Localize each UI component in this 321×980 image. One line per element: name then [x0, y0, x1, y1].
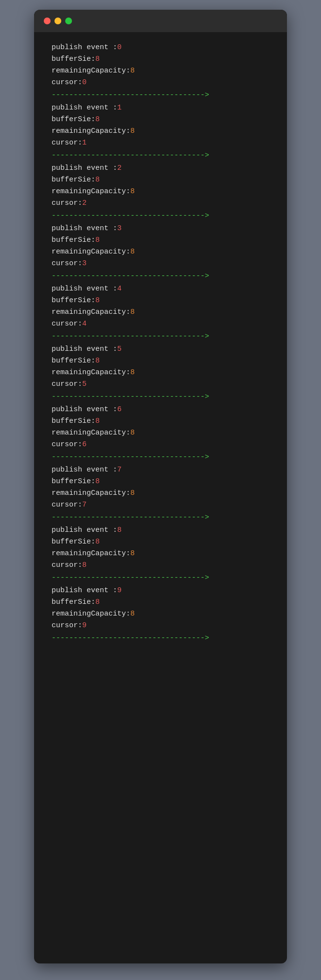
terminal-window: publish event :0bufferSie:8remainingCapa…	[34, 10, 287, 963]
buffer-size-line: bufferSie:8	[52, 235, 269, 246]
cursor-line: cursor:0	[52, 77, 269, 89]
buffer-size-value: 8	[95, 296, 100, 305]
publish-event-line: publish event :2	[52, 163, 269, 174]
cursor-value: 2	[82, 199, 87, 207]
remaining-capacity-label: remainingCapacity:	[52, 429, 130, 437]
buffer-size-line: bufferSie:8	[52, 597, 269, 608]
cursor-value: 9	[82, 621, 87, 630]
publish-event-line: publish event :5	[52, 344, 269, 355]
remaining-capacity-line: remainingCapacity:8	[52, 608, 269, 620]
remaining-capacity-label: remainingCapacity:	[52, 489, 130, 497]
cursor-line: cursor:3	[52, 258, 269, 270]
event-block: publish event :0bufferSie:8remainingCapa…	[52, 42, 269, 101]
cursor-line: cursor:8	[52, 560, 269, 571]
event-id: 2	[117, 164, 122, 172]
cursor-label: cursor:	[52, 139, 82, 147]
event-id: 4	[117, 285, 122, 293]
cursor-label: cursor:	[52, 561, 82, 569]
cursor-value: 1	[82, 139, 87, 147]
publish-event-line: publish event :0	[52, 42, 269, 54]
cursor-label: cursor:	[52, 320, 82, 328]
publish-event-label: publish event :	[52, 164, 117, 172]
cursor-line: cursor:6	[52, 439, 269, 451]
remaining-capacity-line: remainingCapacity:8	[52, 488, 269, 499]
buffer-size-line: bufferSie:8	[52, 355, 269, 367]
cursor-line: cursor:9	[52, 620, 269, 632]
title-bar	[34, 10, 287, 32]
event-id: 0	[117, 43, 122, 52]
cursor-line: cursor:7	[52, 499, 269, 511]
cursor-line: cursor:5	[52, 379, 269, 390]
buffer-size-value: 8	[95, 236, 100, 244]
remaining-capacity-value: 8	[130, 308, 135, 316]
publish-event-line: publish event :9	[52, 585, 269, 597]
event-block: publish event :2bufferSie:8remainingCapa…	[52, 163, 269, 222]
remaining-capacity-value: 8	[130, 248, 135, 256]
minimize-button-dot[interactable]	[54, 18, 61, 24]
publish-event-line: publish event :6	[52, 404, 269, 416]
publish-event-label: publish event :	[52, 466, 117, 474]
publish-event-label: publish event :	[52, 405, 117, 414]
remaining-capacity-label: remainingCapacity:	[52, 187, 130, 196]
separator-line: ----------------------------------->	[52, 150, 269, 162]
event-id: 5	[117, 345, 122, 353]
separator-line: ----------------------------------->	[52, 452, 269, 463]
terminal-content: publish event :0bufferSie:8remainingCapa…	[34, 32, 287, 655]
remaining-capacity-value: 8	[130, 67, 135, 75]
event-block: publish event :3bufferSie:8remainingCapa…	[52, 223, 269, 282]
buffer-size-label: bufferSie:	[52, 176, 95, 184]
separator-line: ----------------------------------->	[52, 572, 269, 584]
remaining-capacity-line: remainingCapacity:8	[52, 246, 269, 258]
remaining-capacity-label: remainingCapacity:	[52, 368, 130, 377]
buffer-size-line: bufferSie:8	[52, 536, 269, 548]
event-id: 1	[117, 104, 122, 112]
publish-event-label: publish event :	[52, 526, 117, 534]
buffer-size-value: 8	[95, 417, 100, 425]
maximize-button-dot[interactable]	[65, 18, 72, 24]
remaining-capacity-label: remainingCapacity:	[52, 67, 130, 75]
cursor-line: cursor:1	[52, 137, 269, 149]
remaining-capacity-value: 8	[130, 187, 135, 196]
cursor-line: cursor:2	[52, 198, 269, 209]
remaining-capacity-value: 8	[130, 549, 135, 558]
separator-line: ----------------------------------->	[52, 512, 269, 524]
buffer-size-label: bufferSie:	[52, 417, 95, 425]
buffer-size-label: bufferSie:	[52, 296, 95, 305]
cursor-value: 0	[82, 78, 87, 87]
buffer-size-line: bufferSie:8	[52, 476, 269, 488]
event-id: 9	[117, 586, 122, 595]
buffer-size-line: bufferSie:8	[52, 295, 269, 307]
remaining-capacity-label: remainingCapacity:	[52, 248, 130, 256]
remaining-capacity-value: 8	[130, 610, 135, 618]
separator-line: ----------------------------------->	[52, 331, 269, 343]
cursor-value: 3	[82, 259, 87, 268]
buffer-size-value: 8	[95, 55, 100, 63]
separator-line: ----------------------------------->	[52, 391, 269, 403]
buffer-size-label: bufferSie:	[52, 357, 95, 365]
buffer-size-label: bufferSie:	[52, 477, 95, 486]
publish-event-label: publish event :	[52, 224, 117, 233]
cursor-label: cursor:	[52, 621, 82, 630]
cursor-value: 5	[82, 380, 87, 388]
publish-event-label: publish event :	[52, 104, 117, 112]
event-block: publish event :9bufferSie:8remainingCapa…	[52, 585, 269, 644]
separator-line: ----------------------------------->	[52, 210, 269, 222]
cursor-label: cursor:	[52, 199, 82, 207]
remaining-capacity-line: remainingCapacity:8	[52, 427, 269, 439]
buffer-size-value: 8	[95, 357, 100, 365]
cursor-value: 7	[82, 501, 87, 509]
buffer-size-label: bufferSie:	[52, 236, 95, 244]
remaining-capacity-line: remainingCapacity:8	[52, 126, 269, 137]
close-button-dot[interactable]	[44, 18, 51, 24]
remaining-capacity-line: remainingCapacity:8	[52, 367, 269, 379]
buffer-size-value: 8	[95, 598, 100, 606]
remaining-capacity-label: remainingCapacity:	[52, 308, 130, 316]
buffer-size-line: bufferSie:8	[52, 416, 269, 427]
separator-line: ----------------------------------->	[52, 271, 269, 282]
buffer-size-line: bufferSie:8	[52, 114, 269, 126]
buffer-size-value: 8	[95, 538, 100, 546]
cursor-label: cursor:	[52, 440, 82, 449]
event-block: publish event :7bufferSie:8remainingCapa…	[52, 464, 269, 524]
event-id: 3	[117, 224, 122, 233]
event-id: 7	[117, 466, 122, 474]
